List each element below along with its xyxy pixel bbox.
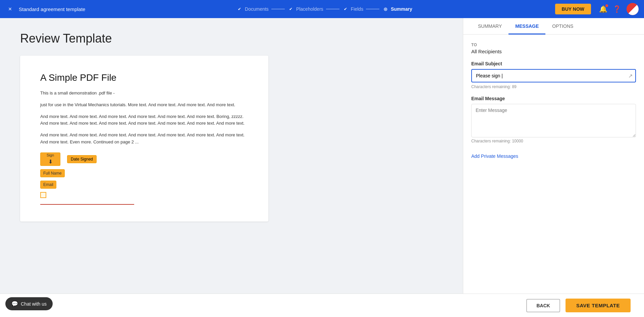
input-arrow-icon: ↗ [628, 73, 633, 79]
step-summary-label: Summary [391, 6, 412, 12]
step-documents-label: Documents [245, 6, 269, 12]
checkmark-icon: ✔ [236, 6, 243, 12]
email-subject-wrapper: ↗ [471, 69, 636, 82]
nav-icons: 🔔 ❓ [599, 3, 639, 15]
email-badge: Email [40, 181, 56, 189]
email-message-input[interactable] [471, 104, 636, 137]
add-private-messages-link[interactable]: Add Private Messages [471, 153, 518, 159]
back-button[interactable]: BACK [526, 299, 560, 312]
checkmark-icon-3: ✔ [342, 6, 349, 12]
doc-para-2: just for use in the Virtual Mechanics tu… [40, 102, 248, 109]
email-row: Email [40, 181, 248, 189]
tab-options[interactable]: OPTIONS [545, 18, 580, 35]
avatar-image [627, 3, 639, 15]
notification-button[interactable]: 🔔 [599, 5, 607, 13]
sign-field-badge: Sign ⬇ [40, 152, 60, 166]
sign-label: Sign [47, 153, 54, 157]
checkmark-icon-2: ✔ [287, 6, 294, 12]
document-preview-panel: Review Template A Simple PDF File This i… [0, 18, 463, 294]
step-separator-1 [271, 9, 285, 9]
signature-line [40, 204, 134, 205]
sign-arrow-icon: ⬇ [48, 158, 53, 165]
right-tabs: SUMMARY MESSAGE OPTIONS [463, 18, 644, 35]
chat-bubble-icon: 💬 [11, 301, 18, 307]
progress-steps: ✔ Documents ✔ Placeholders ✔ Fields ◎ Su… [97, 6, 551, 12]
to-value: All Recipients [471, 49, 636, 54]
document-preview: A Simple PDF File This is a small demons… [20, 56, 268, 221]
step-documents[interactable]: ✔ Documents [236, 6, 269, 12]
step-separator-3 [366, 9, 379, 9]
doc-para-4: And more text. And more text. And more t… [40, 132, 248, 146]
tab-message[interactable]: MESSAGE [508, 18, 545, 35]
document-pdf-title: A Simple PDF File [40, 72, 248, 83]
checkbox-field [40, 192, 46, 198]
step-separator-2 [326, 9, 339, 9]
doc-para-1: This is a small demonstration .pdf file … [40, 90, 248, 97]
document-fields: Sign ⬇ Date Signed Full Name Email [40, 152, 248, 205]
step-summary[interactable]: ◎ Summary [382, 6, 412, 12]
main-content: Review Template A Simple PDF File This i… [0, 18, 644, 294]
checkbox-row [40, 192, 248, 198]
avatar[interactable] [627, 3, 639, 15]
help-button[interactable]: ❓ [613, 5, 621, 13]
email-message-label: Email Message [471, 96, 636, 101]
to-label: To [471, 43, 636, 47]
chat-label: Chat with us [21, 301, 47, 307]
step-placeholders[interactable]: ✔ Placeholders [287, 6, 323, 12]
document-body: This is a small demonstration .pdf file … [40, 90, 248, 146]
notification-dot [605, 4, 608, 7]
tab-summary[interactable]: SUMMARY [471, 18, 508, 35]
step-placeholders-label: Placeholders [296, 6, 323, 12]
save-template-button[interactable]: SAVE TEMPLATE [566, 299, 631, 312]
chat-widget[interactable]: 💬 Chat with us [5, 297, 53, 310]
target-icon: ◎ [382, 6, 389, 12]
email-subject-input[interactable] [471, 69, 636, 82]
doc-para-3: And more text. And more text. And more t… [40, 113, 248, 127]
message-char-count: Characters remaining: 10000 [471, 139, 636, 143]
page-title: Review Template [20, 31, 443, 46]
document-title: Standard agreement template [19, 6, 85, 12]
date-signed-badge: Date Signed [67, 155, 97, 163]
close-button[interactable]: × [5, 4, 15, 14]
subject-char-count: Characters remaining: 89 [471, 84, 636, 89]
buy-now-button[interactable]: BUY NOW [555, 4, 591, 14]
right-panel-content: To All Recipients Email Subject ↗ Charac… [463, 35, 644, 294]
step-fields[interactable]: ✔ Fields [342, 6, 363, 12]
full-name-badge: Full Name [40, 169, 65, 177]
bottom-bar: BACK SAVE TEMPLATE [0, 294, 644, 317]
top-navigation: × Standard agreement template ✔ Document… [0, 0, 644, 18]
email-subject-label: Email Subject [471, 61, 636, 66]
right-panel: SUMMARY MESSAGE OPTIONS To All Recipient… [463, 18, 644, 294]
step-fields-label: Fields [351, 6, 363, 12]
sign-row: Sign ⬇ Date Signed [40, 152, 248, 166]
name-row: Full Name [40, 169, 248, 177]
